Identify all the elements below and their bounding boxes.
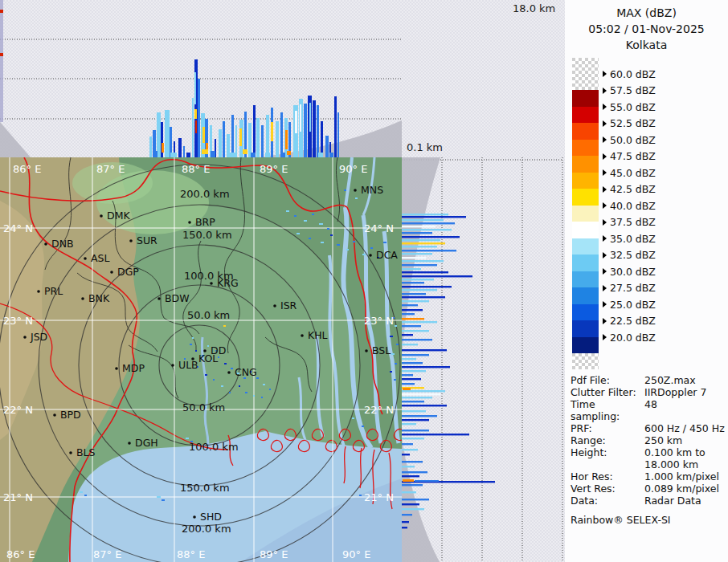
profile-bar [402,397,432,398]
legend-entry: 20.0 dBZ [603,332,656,343]
profile-bar [304,104,307,157]
radar-echo [253,395,255,397]
profile-bar [192,98,194,157]
profile-bar [157,112,161,157]
ring-label: 200.0 km [180,188,230,200]
profile-bar [402,378,421,380]
legend-panel: MAX (dBZ) 05:02 / 01-Nov-2025 Kolkata 60… [565,0,728,562]
profile-bar [402,349,447,351]
legend-entry: 55.0 dBZ [603,101,656,112]
profile-bar [402,289,437,291]
legend-entry-label: 52.5 dBZ [610,117,656,129]
legend-entry: 32.5 dBZ [603,250,656,261]
radar-echo [207,345,209,347]
profile-bar [402,358,416,360]
radar-echo [391,353,395,355]
profile-bar [402,236,460,238]
radar-echo [319,223,323,225]
legend-tick-arrow-icon [603,301,607,307]
profile-bar [402,232,432,234]
metadata-label: Hor Res: [571,470,644,483]
legend-tick-arrow-icon [603,202,607,209]
legend-entry: 30.0 dBZ [603,266,656,277]
profile-bar [402,334,413,336]
profile-bar [248,123,252,157]
legend-entry-label: 55.0 dBZ [610,101,656,113]
profile-bar [402,508,424,510]
legend-entry-label: 47.5 dBZ [610,150,656,162]
profile-bar [402,514,412,515]
profile-bar-accent [415,480,439,482]
station-dot [157,297,161,300]
radar-echo [294,215,297,217]
radar-map-panel[interactable]: 200.0 km150.0 km100.0 km50.0 km50.0 km10… [0,157,402,562]
radar-echo [80,491,83,493]
metadata-value: 600 Hz / 450 Hz [644,422,725,434]
radar-echo [383,242,386,243]
profile-bar [253,105,256,157]
profile-bar [402,219,444,221]
station-dot [188,221,191,224]
profile-bar-accent [239,128,242,146]
legend-entry-label: 42.5 dBZ [610,183,656,195]
profile-bar-accent [403,479,414,482]
ring-label: 150.0 km [180,482,230,494]
metadata-label: Clutter Filter: [571,386,644,398]
metadata-value: 0.089 km/pixel [644,483,719,495]
profile-bar [337,112,339,157]
radar-echo [344,189,346,191]
station-label: BRP [195,216,215,228]
profile-bar-accent [403,388,411,390]
metadata-row: Time sampling:48 [571,398,725,422]
radar-echo [312,214,314,215]
profile-bar [402,216,466,218]
radar-echo [192,337,194,339]
metadata-row: Vert Res:0.089 km/pixel [571,483,725,495]
profile-bar [402,499,429,500]
station-label: CNG [235,366,257,378]
profile-bar [402,275,472,277]
profile-bar [402,419,429,421]
legend-entries: 60.0 dBZ57.5 dBZ55.0 dBZ52.5 dBZ50.0 dBZ… [565,0,728,377]
station-dot [129,239,133,242]
ring-label: 100.0 km [189,441,239,453]
ring-label: 150.0 km [182,229,232,241]
metadata-row: Pdf File:250Z.max [571,374,725,386]
profile-bar [402,260,444,262]
radar-echo [157,496,161,498]
profile-bar [261,125,264,157]
profile-bar [402,279,434,280]
profile-bar [402,344,418,345]
metadata-value: 48 [644,398,657,422]
legend-entry: 22.5 dBZ [603,316,656,327]
station-label: MDP [122,362,145,374]
profile-bar [402,484,423,486]
profile-bar [402,410,426,412]
top-height-profile-panel[interactable] [0,0,402,157]
radar-echo [269,389,271,390]
station-label: KOL [198,352,218,364]
profile-bar [149,136,152,157]
radar-echo [390,371,392,373]
profile-bar-accent [309,103,311,132]
profile-bar [402,461,423,462]
station-label: BSL [372,344,391,356]
profile-bar [402,330,429,332]
lat-label-left: 21° N [3,491,33,503]
station-label: JSD [30,331,47,343]
profile-left-edge-strip [0,0,3,122]
legend-entry: 27.5 dBZ [603,283,656,294]
profile-bar [231,115,234,157]
lon-label-top: 89° E [260,163,288,175]
radar-echo [229,392,231,393]
radar-echo [263,384,265,385]
station-label: MNS [361,184,383,196]
profile-bar-accent [162,143,164,153]
lat-label-left: 23° N [3,315,33,327]
radar-echo [395,363,397,364]
profile-bar [219,129,222,157]
right-height-profile-panel[interactable] [402,157,565,562]
radar-echo [297,233,300,234]
radar-echo [359,495,362,496]
station-label: ULB [178,359,198,371]
